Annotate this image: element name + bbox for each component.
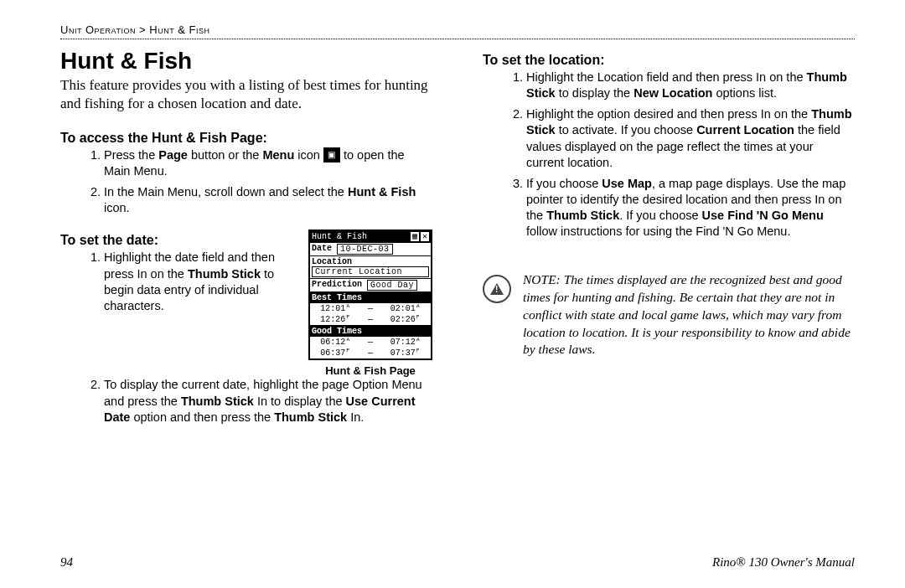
access-heading: To access the Hunt & Fish Page: xyxy=(60,131,432,146)
access-list: Press the Page button or the Menu icon ▣… xyxy=(60,147,432,222)
date-list-1: Highlight the date field and then press … xyxy=(60,250,297,314)
location-item-2: Highlight the option desired and then pr… xyxy=(526,106,855,171)
note-block: NOTE: The times displayed are the recogn… xyxy=(483,271,855,358)
date-field-label: Date xyxy=(312,244,332,255)
window-close-icon: ✕ xyxy=(421,232,429,241)
date-heading: To set the date: xyxy=(60,233,297,248)
menu-icon: ▣ xyxy=(323,147,340,162)
manual-page: Unit Operation > Hunt & Fish Hunt & Fish… xyxy=(0,0,905,588)
window-menu-icon: ▦ xyxy=(411,232,419,241)
right-column: To set the location: Highlight the Locat… xyxy=(483,48,855,539)
figure: Hunt & Fish ▦✕ Date10-DEC-03 LocationCur… xyxy=(308,230,432,377)
best-times-label: Best Times xyxy=(310,292,431,303)
location-heading: To set the location: xyxy=(483,53,855,68)
breadcrumb: Unit Operation > Hunt & Fish xyxy=(60,23,855,39)
date-item-1: Highlight the date field and then press … xyxy=(104,250,297,314)
date-item-2: To display the current date, highlight t… xyxy=(104,377,432,425)
date-list-2: To display the current date, highlight t… xyxy=(60,377,432,430)
date-field-value: 10-DEC-03 xyxy=(337,244,393,255)
prediction-label: Prediction xyxy=(312,280,362,291)
access-item-1: Press the Page button or the Menu icon ▣… xyxy=(104,147,432,179)
figure-caption: Hunt & Fish Page xyxy=(325,364,416,377)
best-row-2: 12:26ᴾ—02:26ᴾ xyxy=(310,314,431,325)
screen-title: Hunt & Fish xyxy=(312,232,367,241)
good-times-label: Good Times xyxy=(310,326,431,337)
location-field-value: Current Location xyxy=(312,266,429,277)
intro-text: This feature provides you with a listing… xyxy=(60,76,432,114)
warning-icon xyxy=(483,275,511,303)
page-number: 94 xyxy=(60,555,73,570)
page-title: Hunt & Fish xyxy=(60,48,432,75)
good-row-2: 06:37ᴾ—07:37ᴾ xyxy=(310,348,431,358)
best-row-1: 12:01ᴬ—02:01ᴬ xyxy=(310,303,431,314)
location-item-1: Highlight the Location field and then pr… xyxy=(526,70,855,101)
manual-name: Rino® 130 Owner's Manual xyxy=(712,555,855,570)
note-text: NOTE: The times displayed are the recogn… xyxy=(523,271,855,358)
location-item-3: If you choose Use Map, a map page displa… xyxy=(526,176,855,240)
device-screen: Hunt & Fish ▦✕ Date10-DEC-03 LocationCur… xyxy=(308,230,432,360)
location-field-label: Location xyxy=(312,257,429,266)
location-list: Highlight the Location field and then pr… xyxy=(483,70,855,245)
access-item-2: In the Main Menu, scroll down and select… xyxy=(104,184,432,216)
left-column: Hunt & Fish This feature provides you wi… xyxy=(60,48,432,539)
page-footer: 94 Rino® 130 Owner's Manual xyxy=(60,555,855,570)
prediction-value: Good Day xyxy=(367,280,417,291)
good-row-1: 06:12ᴬ—07:12ᴬ xyxy=(310,337,431,348)
